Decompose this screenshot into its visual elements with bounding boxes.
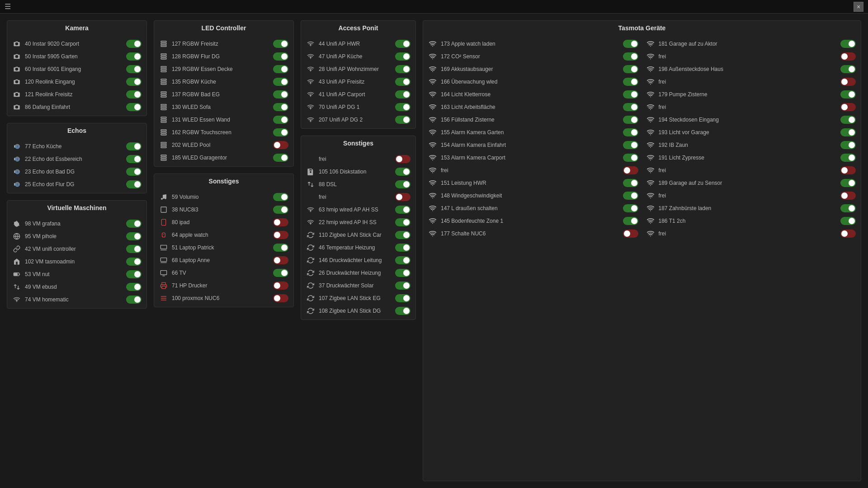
toggle-switch[interactable] — [126, 78, 142, 86]
device-icon — [306, 115, 315, 124]
toggle-switch[interactable] — [840, 166, 856, 174]
toggle-switch[interactable] — [126, 168, 142, 176]
toggle-switch[interactable] — [395, 231, 410, 239]
toggle-switch[interactable] — [395, 294, 410, 302]
toggle-switch[interactable] — [273, 231, 288, 239]
toggle-switch[interactable] — [395, 168, 410, 176]
toggle-switch[interactable] — [395, 90, 410, 99]
toggle-switch[interactable] — [273, 206, 288, 214]
toggle-switch[interactable] — [840, 40, 856, 48]
toggle-switch[interactable] — [273, 294, 288, 302]
device-label: 137 RGBW Bad EG — [172, 91, 269, 98]
toggle-switch[interactable] — [840, 179, 856, 187]
toggle-switch[interactable] — [623, 179, 638, 187]
list-item: 169 Akkustaubsauger — [425, 63, 641, 75]
toggle-switch[interactable] — [840, 90, 856, 99]
toggle-switch[interactable] — [623, 90, 638, 99]
toggle-switch[interactable] — [126, 180, 142, 188]
svg-point-106 — [650, 197, 651, 198]
toggle-switch[interactable] — [395, 269, 410, 277]
toggle-switch[interactable] — [395, 52, 410, 61]
toggle-switch[interactable] — [395, 155, 410, 163]
toggle-switch[interactable] — [395, 180, 410, 188]
toggle-switch[interactable] — [623, 166, 638, 174]
toggle-switch[interactable] — [126, 90, 142, 99]
list-item: 130 WLED Sofa — [156, 101, 291, 113]
toggle-switch[interactable] — [623, 128, 638, 136]
toggle-switch[interactable] — [623, 192, 638, 200]
toggle-switch[interactable] — [623, 103, 638, 111]
toggle-switch[interactable] — [273, 128, 288, 136]
toggle-switch[interactable] — [623, 65, 638, 73]
toggle-switch[interactable] — [395, 78, 410, 86]
toggle-switch[interactable] — [840, 52, 856, 61]
toggle-switch[interactable] — [395, 256, 410, 264]
device-icon — [159, 103, 168, 112]
toggle-switch[interactable] — [840, 116, 856, 124]
toggle-switch[interactable] — [395, 307, 410, 315]
toggle-switch[interactable] — [273, 218, 288, 226]
toggle-switch[interactable] — [840, 78, 856, 86]
toggle-switch[interactable] — [273, 244, 288, 252]
toggle-switch[interactable] — [273, 282, 288, 290]
toggle-switch[interactable] — [273, 116, 288, 124]
toggle-switch[interactable] — [840, 128, 856, 136]
toggle-switch[interactable] — [623, 141, 638, 149]
close-button[interactable]: × — [854, 2, 863, 12]
toggle-switch[interactable] — [273, 40, 288, 48]
toggle-switch[interactable] — [273, 256, 288, 264]
toggle-switch[interactable] — [126, 220, 142, 228]
toggle-switch[interactable] — [126, 232, 142, 240]
toggle-switch[interactable] — [840, 154, 856, 162]
toggle-switch[interactable] — [126, 245, 142, 253]
toggle-switch[interactable] — [126, 258, 142, 266]
toggle-switch[interactable] — [126, 40, 142, 48]
toggle-switch[interactable] — [623, 116, 638, 124]
toggle-switch[interactable] — [623, 52, 638, 61]
toggle-switch[interactable] — [623, 217, 638, 225]
toggle-switch[interactable] — [126, 296, 142, 304]
toggle-switch[interactable] — [395, 244, 410, 252]
toggle-switch[interactable] — [126, 142, 142, 150]
toggle-switch[interactable] — [126, 155, 142, 163]
toggle-switch[interactable] — [395, 206, 410, 214]
toggle-switch[interactable] — [623, 154, 638, 162]
toggle-switch[interactable] — [395, 103, 410, 111]
toggle-switch[interactable] — [273, 52, 288, 61]
device-label: frei — [659, 104, 837, 110]
toggle-switch[interactable] — [840, 204, 856, 212]
toggle-switch[interactable] — [395, 218, 410, 226]
svg-rect-38 — [161, 107, 166, 108]
toggle-switch[interactable] — [395, 40, 410, 48]
toggle-switch[interactable] — [395, 193, 410, 201]
toggle-switch[interactable] — [126, 52, 142, 61]
toggle-switch[interactable] — [840, 103, 856, 111]
toggle-switch[interactable] — [126, 283, 142, 291]
toggle-switch[interactable] — [840, 192, 856, 200]
toggle-switch[interactable] — [840, 217, 856, 225]
toggle-switch[interactable] — [273, 90, 288, 99]
toggle-switch[interactable] — [126, 65, 142, 73]
toggle-switch[interactable] — [273, 78, 288, 86]
toggle-switch[interactable] — [273, 141, 288, 149]
toggle-switch[interactable] — [273, 193, 288, 201]
toggle-switch[interactable] — [623, 78, 638, 86]
toggle-switch[interactable] — [395, 282, 410, 290]
toggle-switch[interactable] — [840, 65, 856, 73]
toggle-switch[interactable] — [395, 116, 410, 124]
toggle-switch[interactable] — [840, 230, 856, 238]
toggle-switch[interactable] — [126, 270, 142, 278]
toggle-switch[interactable] — [273, 269, 288, 277]
toggle-switch[interactable] — [840, 141, 856, 149]
toggle-switch[interactable] — [273, 154, 288, 162]
toggle-switch[interactable] — [623, 204, 638, 212]
svg-rect-35 — [161, 94, 166, 95]
toggle-switch[interactable] — [273, 103, 288, 111]
toggle-switch[interactable] — [623, 230, 638, 238]
toggle-switch[interactable] — [395, 65, 410, 73]
menu-icon[interactable]: ☰ — [5, 2, 11, 11]
toggle-switch[interactable] — [623, 40, 638, 48]
toggle-switch[interactable] — [273, 65, 288, 73]
device-label: 127 RGBW Freisitz — [172, 41, 269, 47]
toggle-switch[interactable] — [126, 103, 142, 111]
